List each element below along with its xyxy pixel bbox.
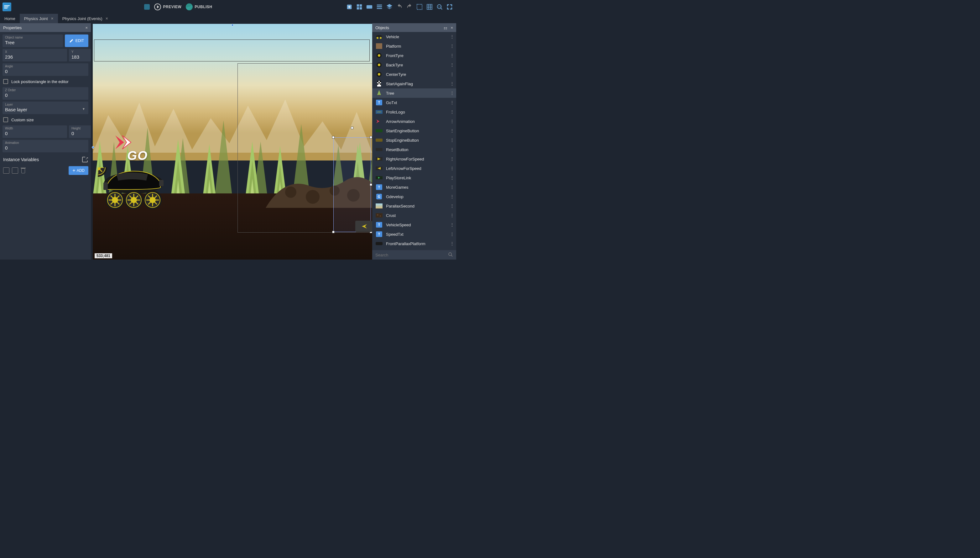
angle-input[interactable]	[5, 69, 86, 74]
toggle-mask-icon[interactable]	[416, 3, 424, 11]
kebab-menu-icon[interactable]: ⋮	[450, 222, 454, 227]
kebab-menu-icon[interactable]: ⋮	[450, 62, 454, 67]
kebab-menu-icon[interactable]: ⋮	[450, 81, 454, 86]
preview-button[interactable]: PREVIEW	[154, 3, 182, 10]
panel-title: Objects	[375, 25, 389, 30]
close-icon[interactable]: ×	[51, 16, 54, 21]
object-item-crust[interactable]: Crust⋮	[372, 211, 456, 220]
kebab-menu-icon[interactable]: ⋮	[450, 204, 454, 208]
search-icon[interactable]	[448, 252, 453, 258]
object-item-stopenginebutton[interactable]: StopEngineButton⋮	[372, 135, 456, 145]
rotate-handle[interactable]	[351, 126, 353, 129]
undo-icon[interactable]	[395, 3, 404, 11]
fullscreen-icon[interactable]	[445, 3, 454, 11]
object-item-vehiclespeed[interactable]: TVehicleSpeed⋮	[372, 220, 456, 230]
object-item-leftarrowforspeed[interactable]: LeftArrowForSpeed⋮	[372, 164, 456, 173]
kebab-menu-icon[interactable]: ⋮	[450, 231, 454, 237]
kebab-menu-icon[interactable]: ⋮	[450, 34, 454, 39]
tab-home[interactable]: Home	[0, 14, 20, 23]
kebab-menu-icon[interactable]: ⋮	[450, 213, 454, 218]
width-input[interactable]	[5, 131, 65, 136]
grid-icon[interactable]	[425, 3, 434, 11]
redo-icon[interactable]	[406, 3, 414, 11]
object-name: Gdevelop	[386, 194, 447, 199]
tab-physics-joint-events[interactable]: Physics Joint (Events) ×	[58, 14, 113, 23]
resize-handle[interactable]	[370, 136, 372, 139]
kebab-menu-icon[interactable]: ⋮	[450, 185, 454, 190]
kebab-menu-icon[interactable]: ⋮	[450, 175, 454, 180]
selection-box[interactable]	[333, 137, 371, 232]
close-icon[interactable]: ×	[85, 25, 88, 30]
svg-rect-5	[366, 5, 372, 9]
object-item-parallaxsecond[interactable]: ParallaxSecond⋮	[372, 201, 456, 211]
custom-size-checkbox[interactable]	[3, 117, 8, 122]
kebab-menu-icon[interactable]: ⋮	[450, 147, 454, 152]
object-item-speedtxt[interactable]: TSpeedTxt⋮	[372, 230, 456, 239]
add-variable-button[interactable]: + ADD	[69, 166, 88, 175]
kebab-menu-icon[interactable]: ⋮	[450, 138, 454, 143]
object-thumbnail	[375, 156, 383, 162]
object-item-centertyre[interactable]: CenterTyre⋮	[372, 70, 456, 79]
groups-icon[interactable]	[365, 3, 373, 11]
left-arrow-speed-object[interactable]	[355, 221, 372, 232]
layer-select[interactable]: Base layer	[5, 107, 86, 112]
kebab-menu-icon[interactable]: ⋮	[450, 72, 454, 77]
object-item-gdevelop[interactable]: GGdevelop⋮	[372, 192, 456, 201]
object-item-moregames[interactable]: TMoreGames⋮	[372, 182, 456, 192]
vehicle-object[interactable]	[98, 167, 167, 211]
close-icon[interactable]: ×	[106, 16, 108, 21]
object-item-frontparallaxplatform[interactable]: FrontParallaxPlatform⋮	[372, 239, 456, 248]
kebab-menu-icon[interactable]: ⋮	[450, 156, 454, 161]
trash-icon[interactable]	[21, 168, 26, 173]
kebab-menu-icon[interactable]: ⋮	[450, 100, 454, 105]
kebab-menu-icon[interactable]: ⋮	[450, 109, 454, 115]
kebab-menu-icon[interactable]: ⋮	[450, 53, 454, 58]
object-item-startagainflag[interactable]: StartAgainFlag⋮	[372, 79, 456, 89]
object-item-backtyre[interactable]: BackTyre⋮	[372, 60, 456, 70]
object-item-playstorelink[interactable]: PlayStoreLink⋮	[372, 173, 456, 182]
zorder-input[interactable]	[5, 92, 86, 98]
object-item-tree[interactable]: Tree⋮	[372, 89, 456, 98]
object-name: StartAgainFlag	[386, 82, 447, 86]
search-input[interactable]	[375, 253, 448, 258]
tab-physics-joint[interactable]: Physics Joint ×	[20, 14, 58, 23]
animation-input[interactable]	[5, 145, 86, 151]
lock-checkbox[interactable]	[3, 79, 8, 84]
object-item-froliclogo[interactable]: LOGOFrolicLogo⋮	[372, 107, 456, 117]
object-item-fronttyre[interactable]: FrontTyre⋮	[372, 51, 456, 60]
kebab-menu-icon[interactable]: ⋮	[450, 128, 454, 133]
kebab-menu-icon[interactable]: ⋮	[450, 119, 454, 124]
publish-button[interactable]: PUBLISH	[186, 3, 212, 10]
debug-button[interactable]	[144, 4, 150, 10]
app-logo-icon[interactable]	[3, 3, 11, 11]
properties-icon[interactable]	[375, 3, 383, 11]
object-item-arrowanimation[interactable]: ArrowAnimation⋮	[372, 117, 456, 126]
paste-icon[interactable]	[12, 167, 18, 174]
add-object-icon[interactable]	[345, 3, 353, 11]
x-input[interactable]	[5, 54, 65, 59]
play-icon	[154, 3, 161, 10]
kebab-menu-icon[interactable]: ⋮	[450, 90, 454, 95]
copy-icon[interactable]	[3, 167, 10, 174]
kebab-menu-icon[interactable]: ⋮	[450, 194, 454, 199]
objects-panel-icon[interactable]	[355, 3, 363, 11]
open-external-icon[interactable]	[82, 157, 88, 162]
object-item-platform[interactable]: Platform⋮	[372, 41, 456, 51]
go-text-object[interactable]: GO	[127, 149, 148, 163]
kebab-menu-icon[interactable]: ⋮	[450, 166, 454, 171]
svg-point-28	[376, 37, 378, 39]
zoom-fit-icon[interactable]: 1:1	[435, 3, 443, 11]
layers-icon[interactable]	[385, 3, 394, 11]
filter-icon[interactable]: ⚏	[443, 25, 447, 30]
object-item-gotxt[interactable]: TGoTxt⋮	[372, 98, 456, 107]
arrow-animation-object[interactable]	[115, 135, 134, 149]
object-item-startenginebutton[interactable]: StartEngineButton⋮	[372, 126, 456, 135]
object-item-rightarrowforspeed[interactable]: RightArrowForSpeed⋮	[372, 154, 456, 164]
scene-canvas[interactable]: GO	[91, 23, 372, 259]
edit-button[interactable]: EDIT	[65, 34, 88, 47]
kebab-menu-icon[interactable]: ⋮	[450, 44, 454, 49]
object-item-resetbutton[interactable]: ResetButton⋮	[372, 145, 456, 154]
object-item-vehicle[interactable]: Vehicle⋮	[372, 32, 456, 41]
close-icon[interactable]: ×	[450, 25, 453, 30]
kebab-menu-icon[interactable]: ⋮	[450, 241, 454, 246]
